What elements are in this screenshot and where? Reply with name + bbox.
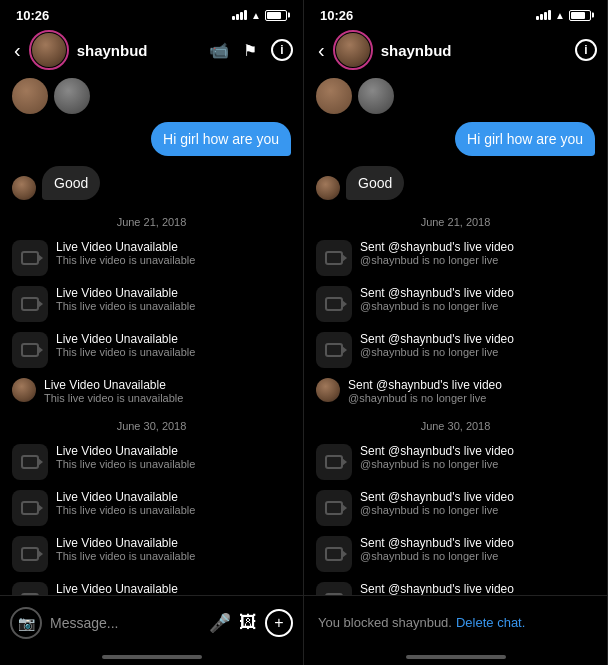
received-message-left: Good xyxy=(12,166,291,200)
home-bar-right xyxy=(406,655,506,659)
live-item-2-left: Live Video Unavailable This live video i… xyxy=(12,286,291,322)
home-indicator-left xyxy=(0,649,303,665)
info-icon-right[interactable]: i xyxy=(575,39,597,61)
gallery-icon-left[interactable]: 🖼 xyxy=(239,612,257,633)
avatar-ring-right[interactable] xyxy=(333,30,373,70)
status-bar-left: 10:26 ▲ xyxy=(0,0,303,28)
mini-avatar-1-left xyxy=(12,78,48,114)
header-right-group: ‹ shaynbud xyxy=(314,30,569,70)
live-text-r4: Sent @shaynbud's live video @shaynbud is… xyxy=(348,378,502,404)
header-icons-left: 📹 ⚑ i xyxy=(209,39,293,61)
left-panel: 10:26 ▲ ‹ shaynbud 📹 ⚑ i xyxy=(0,0,304,665)
avatar-right xyxy=(336,33,370,67)
flag-icon-left[interactable]: ⚑ xyxy=(243,41,257,60)
live-item-8-left: Live Video Unavailable This live video i… xyxy=(12,582,291,595)
small-avatar-right xyxy=(316,176,340,200)
live-item-5-left: Live Video Unavailable This live video i… xyxy=(12,444,291,480)
info-icon-left[interactable]: i xyxy=(271,39,293,61)
date-sep-1-right: June 21, 2018 xyxy=(316,216,595,228)
live-icon-r6 xyxy=(316,490,352,526)
header-right: ‹ shaynbud i xyxy=(304,28,607,72)
home-bar-left xyxy=(102,655,202,659)
plus-button-left[interactable]: + xyxy=(265,609,293,637)
signal-icon-right xyxy=(536,10,551,20)
right-panel: 10:26 ▲ ‹ shaynbud i xyxy=(304,0,608,665)
live-text-r2: Sent @shaynbud's live video @shaynbud is… xyxy=(360,286,514,312)
received-bubble-right: Good xyxy=(346,166,404,200)
live-text-r3: Sent @shaynbud's live video @shaynbud is… xyxy=(360,332,514,358)
live-text-4-left: Live Video Unavailable This live video i… xyxy=(44,378,291,404)
live-text-r7: Sent @shaynbud's live video @shaynbud is… xyxy=(360,536,514,562)
wifi-icon-right: ▲ xyxy=(555,10,565,21)
live-icon-8-left xyxy=(12,582,48,595)
mini-avatar-2-right xyxy=(358,78,394,114)
live-text-6-left: Live Video Unavailable This live video i… xyxy=(56,490,195,516)
mic-icon-left[interactable]: 🎤 xyxy=(209,612,231,634)
live-text-7-left: Live Video Unavailable This live video i… xyxy=(56,536,195,562)
back-button-right[interactable]: ‹ xyxy=(314,37,329,64)
live-item-6-left: Live Video Unavailable This live video i… xyxy=(12,490,291,526)
status-icons-left: ▲ xyxy=(232,10,287,21)
mini-avatar-2-left xyxy=(54,78,90,114)
back-button-left[interactable]: ‹ xyxy=(10,37,25,64)
header-icons-right: i xyxy=(575,39,597,61)
live-text-r1: Sent @shaynbud's live video @shaynbud is… xyxy=(360,240,514,266)
live-icon-2-left xyxy=(12,286,48,322)
battery-icon-right xyxy=(569,10,591,21)
live-item-r8: Sent @shaynbud's live video @shaynbud is… xyxy=(316,582,595,595)
home-indicator-right xyxy=(304,649,607,665)
live-icon-r8 xyxy=(316,582,352,595)
live-item-4-left: Live Video Unavailable This live video i… xyxy=(12,378,291,404)
camera-icon-left: 📷 xyxy=(18,615,35,631)
live-item-r3: Sent @shaynbud's live video @shaynbud is… xyxy=(316,332,595,368)
sent-message-left: Hi girl how are you xyxy=(12,122,291,156)
live-text-r8: Sent @shaynbud's live video @shaynbud is… xyxy=(360,582,514,595)
sent-message-right: Hi girl how are you xyxy=(316,122,595,156)
bottom-bar-left: 📷 Message... 🎤 🖼 + xyxy=(0,595,303,649)
signal-icon-left xyxy=(232,10,247,20)
username-left[interactable]: shaynbud xyxy=(77,42,148,59)
live-item-r4: Sent @shaynbud's live video @shaynbud is… xyxy=(316,378,595,404)
small-avatar-left xyxy=(12,176,36,200)
time-right: 10:26 xyxy=(320,8,353,23)
header-left: ‹ shaynbud 📹 ⚑ i xyxy=(0,28,303,72)
small-avatar-r2 xyxy=(316,378,340,402)
status-bar-right: 10:26 ▲ xyxy=(304,0,607,28)
live-text-5-left: Live Video Unavailable This live video i… xyxy=(56,444,195,470)
avatar-left xyxy=(32,33,66,67)
live-text-r6: Sent @shaynbud's live video @shaynbud is… xyxy=(360,490,514,516)
messages-right: Hi girl how are you Good June 21, 2018 S… xyxy=(304,120,607,595)
battery-icon-left xyxy=(265,10,287,21)
sent-bubble-right: Hi girl how are you xyxy=(455,122,595,156)
live-icon-r1 xyxy=(316,240,352,276)
live-text-3-left: Live Video Unavailable This live video i… xyxy=(56,332,195,358)
header-left-group: ‹ shaynbud xyxy=(10,30,203,70)
date-sep-2-right: June 30, 2018 xyxy=(316,420,595,432)
mini-avatar-1-right xyxy=(316,78,352,114)
delete-chat-link[interactable]: Delete chat. xyxy=(456,615,525,630)
live-text-2-left: Live Video Unavailable This live video i… xyxy=(56,286,195,312)
live-text-r5: Sent @shaynbud's live video @shaynbud is… xyxy=(360,444,514,470)
sent-bubble-left: Hi girl how are you xyxy=(151,122,291,156)
status-icons-right: ▲ xyxy=(536,10,591,21)
live-item-r2: Sent @shaynbud's live video @shaynbud is… xyxy=(316,286,595,322)
live-item-r5: Sent @shaynbud's live video @shaynbud is… xyxy=(316,444,595,480)
live-item-r7: Sent @shaynbud's live video @shaynbud is… xyxy=(316,536,595,572)
received-bubble-left: Good xyxy=(42,166,100,200)
live-item-7-left: Live Video Unavailable This live video i… xyxy=(12,536,291,572)
avatar-ring-left[interactable] xyxy=(29,30,69,70)
date-sep-2-left: June 30, 2018 xyxy=(12,420,291,432)
live-text-8-left: Live Video Unavailable This live video i… xyxy=(56,582,195,595)
video-icon-left[interactable]: 📹 xyxy=(209,41,229,60)
live-icon-1-left xyxy=(12,240,48,276)
live-icon-r5 xyxy=(316,444,352,480)
live-item-1-left: Live Video Unavailable This live video i… xyxy=(12,240,291,276)
top-avatars-right xyxy=(304,72,607,120)
live-icon-7-left xyxy=(12,536,48,572)
blocked-bar: You blocked shaynbud. Delete chat. xyxy=(304,595,607,649)
username-right[interactable]: shaynbud xyxy=(381,42,452,59)
camera-button-left[interactable]: 📷 xyxy=(10,607,42,639)
live-icon-5-left xyxy=(12,444,48,480)
message-input-left[interactable]: Message... xyxy=(50,615,201,631)
date-sep-1-left: June 21, 2018 xyxy=(12,216,291,228)
